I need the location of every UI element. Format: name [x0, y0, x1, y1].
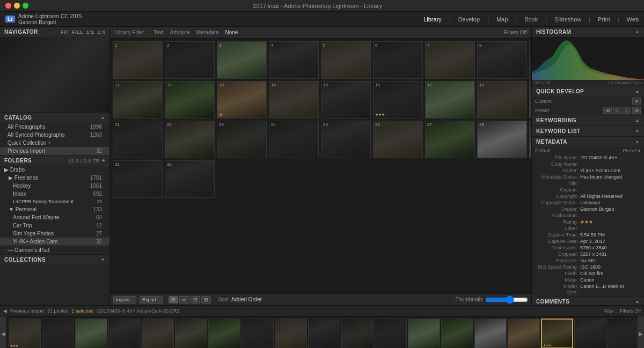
film-thumb-4[interactable]: [108, 319, 141, 348]
photo-cell-2[interactable]: 2: [165, 41, 215, 79]
metadata-preset-control[interactable]: Preset ▾: [623, 148, 641, 153]
film-thumb-10[interactable]: [308, 319, 340, 348]
qd-saved-left[interactable]: ‹: [613, 107, 621, 114]
nav-develop[interactable]: Develop: [458, 16, 480, 23]
folders-header[interactable]: Folders 12.3 / 2.9 TB +: [0, 156, 109, 166]
photo-cell-17[interactable]: 17: [425, 81, 475, 119]
photo-cell-13[interactable]: 13★: [217, 81, 267, 119]
film-thumb-18[interactable]: [574, 319, 606, 348]
minimize-button[interactable]: [14, 3, 20, 9]
catalog-previous-import[interactable]: Previous Import 32: [0, 147, 109, 155]
photo-cell-14[interactable]: 14: [269, 81, 319, 119]
qd-saved-left-left[interactable]: ≪: [603, 107, 612, 114]
filter-attribute[interactable]: Attribute: [170, 29, 189, 35]
catalog-header[interactable]: Catalog ▲: [0, 113, 109, 123]
nav-map[interactable]: Map: [496, 16, 508, 23]
filter-text[interactable]: Text: [153, 29, 163, 35]
film-thumb-5[interactable]: [142, 319, 174, 348]
photo-cell-27[interactable]: 27: [425, 121, 475, 158]
photo-cell-8[interactable]: 8: [477, 41, 527, 79]
photo-cell-31[interactable]: 31: [113, 160, 163, 198]
nav-book[interactable]: Book: [524, 16, 538, 23]
film-thumb-8[interactable]: [241, 319, 274, 348]
folder-lacppb[interactable]: LaCPPB Spring Tournament 28: [0, 198, 109, 205]
folder-car-trip[interactable]: Car Trip 12: [0, 221, 109, 229]
import-button[interactable]: Import...: [113, 296, 136, 303]
nav-print[interactable]: Print: [598, 16, 610, 23]
navigator-header[interactable]: Navigator Fit Fill 1:1 1:4: [0, 27, 109, 37]
filmstrip-filters-off[interactable]: Filters Off: [620, 308, 641, 314]
gannons-ipad[interactable]: — Gannon's iPad: [0, 246, 109, 254]
qd-preset-select[interactable]: ▾: [632, 98, 641, 105]
filter-none[interactable]: None: [225, 29, 238, 35]
quick-develop-header[interactable]: Quick Develop ▲: [532, 86, 644, 97]
catalog-all-photos[interactable]: All Photographs 1898: [0, 123, 109, 131]
photo-cell-29[interactable]: 29: [529, 121, 531, 158]
thumbnail-size-slider[interactable]: [485, 297, 528, 303]
photo-cell-32[interactable]: 32: [165, 160, 215, 198]
film-thumb-3[interactable]: [75, 319, 107, 348]
folder-personal[interactable]: ▼ Personal 133: [0, 205, 109, 213]
film-thumb-19[interactable]: [608, 319, 638, 348]
photo-cell-28[interactable]: 28: [477, 121, 527, 158]
grid-view-button[interactable]: ⊞: [169, 296, 178, 303]
qd-saved-right-right[interactable]: ≫: [632, 107, 641, 114]
qd-saved-right[interactable]: ›: [623, 107, 631, 114]
zoom-1-1[interactable]: 1:1: [86, 29, 94, 35]
photo-cell-3[interactable]: 3: [217, 41, 267, 79]
folder-dropbox[interactable]: ▶ Drabo: [0, 166, 109, 174]
film-thumb-7[interactable]: [208, 319, 240, 348]
photo-cell-9[interactable]: 9: [529, 41, 531, 79]
catalog-quick-collection[interactable]: Quick Collection +: [0, 139, 109, 147]
keyword-list-header[interactable]: Keyword List ▼: [532, 126, 644, 136]
loupe-view-button[interactable]: ▭: [179, 296, 189, 303]
folder-hockey[interactable]: Hockey 1061: [0, 182, 109, 190]
comments-header[interactable]: Comments ▲: [532, 297, 644, 305]
compare-view-button[interactable]: ⊟: [191, 296, 200, 303]
folder-sim-yoga[interactable]: Sim Yoga Photos 27: [0, 229, 109, 238]
photo-cell-11[interactable]: 11: [113, 81, 163, 119]
folder-yi-action-cam[interactable]: Yi 4K+ Action Cam 32: [0, 238, 109, 246]
filmstrip-right-arrow[interactable]: ▶: [638, 316, 644, 348]
filter-metadata[interactable]: Metadata: [196, 29, 219, 35]
catalog-synced[interactable]: All Synced Photographs 1263: [0, 131, 109, 139]
photo-cell-6[interactable]: 6: [373, 41, 423, 79]
export-button[interactable]: Export...: [140, 296, 163, 303]
film-thumb-16[interactable]: [508, 319, 540, 348]
photo-cell-12[interactable]: 12: [165, 81, 215, 119]
photo-cell-22[interactable]: 22: [165, 121, 215, 158]
collections-header[interactable]: Collections ▼: [0, 255, 109, 265]
add-folder-button[interactable]: +: [102, 158, 105, 164]
film-thumb-9[interactable]: [275, 319, 307, 348]
film-thumb-11[interactable]: [341, 319, 374, 348]
keywording-header[interactable]: Keywording ▲: [532, 115, 644, 125]
sort-value[interactable]: Added Order: [231, 297, 262, 302]
folder-fort-wayne[interactable]: Around Fort Wayne 64: [0, 213, 109, 221]
survey-view-button[interactable]: ⊞: [201, 296, 211, 303]
nav-slideshow[interactable]: Slideshow: [554, 16, 581, 23]
maximize-button[interactable]: [23, 3, 28, 9]
film-thumb-17[interactable]: ★★★: [541, 319, 573, 348]
film-thumb-2[interactable]: [42, 319, 74, 348]
filmstrip-left-arrow[interactable]: ◀: [0, 316, 6, 348]
zoom-fit[interactable]: Fit: [61, 29, 69, 35]
photo-cell-5[interactable]: 5: [321, 41, 371, 79]
film-thumb-1[interactable]: ★★★: [9, 319, 41, 348]
zoom-1-4[interactable]: 1:4: [97, 29, 105, 35]
folder-inbox[interactable]: Inbox 692: [0, 190, 109, 198]
photo-cell-24[interactable]: 24: [269, 121, 319, 158]
photo-cell-26[interactable]: 26: [373, 121, 423, 158]
photo-cell-19[interactable]: 19: [529, 81, 531, 119]
film-thumb-12[interactable]: [375, 319, 407, 348]
film-thumb-15[interactable]: [474, 319, 507, 348]
film-thumb-13[interactable]: [408, 319, 440, 348]
filmstrip-nav-prev[interactable]: ◀: [3, 308, 7, 314]
film-thumb-14[interactable]: [441, 319, 473, 348]
photo-cell-23[interactable]: 23: [217, 121, 267, 158]
nav-web[interactable]: Web: [627, 16, 639, 23]
window-controls[interactable]: [5, 3, 28, 9]
folder-freelance[interactable]: ▶ Freelance 1781: [0, 174, 109, 182]
photo-cell-18[interactable]: 18: [477, 81, 527, 119]
nav-library[interactable]: Library: [423, 16, 442, 23]
histogram-header[interactable]: Histogram ▲: [532, 27, 644, 37]
